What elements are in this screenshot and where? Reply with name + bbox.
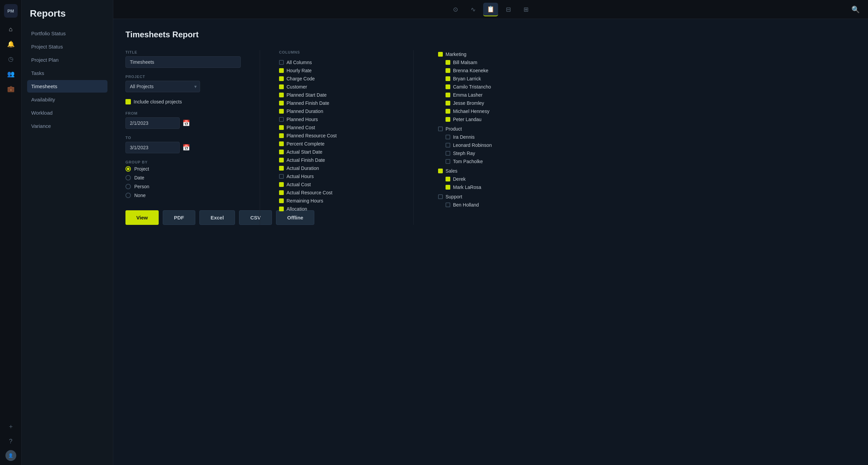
resource-member[interactable]: Bill Malsam: [438, 58, 521, 66]
resource-member[interactable]: Peter Landau: [438, 115, 521, 123]
resource-member[interactable]: Michael Hennesy: [438, 107, 521, 115]
resource-member[interactable]: Ira Dennis: [438, 133, 521, 141]
radio-btn-none[interactable]: [125, 193, 131, 198]
radio-person[interactable]: Person: [125, 184, 241, 189]
resource-group-header[interactable]: Support: [438, 193, 521, 201]
column-item[interactable]: Planned Duration: [279, 107, 394, 115]
column-checkbox[interactable]: [279, 109, 284, 114]
resource-member-checkbox[interactable]: [446, 117, 450, 122]
resource-member[interactable]: Bryan Larrick: [438, 75, 521, 83]
nav-add-icon[interactable]: ＋: [5, 420, 17, 432]
resource-group-header[interactable]: Product: [438, 125, 521, 133]
to-calendar-icon[interactable]: 📅: [182, 144, 190, 151]
resource-member-checkbox[interactable]: [446, 68, 450, 73]
radio-none[interactable]: None: [125, 193, 241, 198]
resource-member[interactable]: Derek: [438, 175, 521, 183]
radio-date[interactable]: Date: [125, 175, 241, 180]
sidebar-item-tasks[interactable]: Tasks: [27, 67, 107, 79]
resource-member[interactable]: Mark LaRosa: [438, 183, 521, 191]
resource-member-checkbox[interactable]: [446, 84, 450, 89]
column-checkbox[interactable]: [279, 68, 284, 73]
column-item[interactable]: Hourly Rate: [279, 66, 394, 75]
column-checkbox[interactable]: [279, 198, 284, 203]
from-calendar-icon[interactable]: 📅: [182, 119, 190, 127]
sidebar-item-project-plan[interactable]: Project Plan: [27, 54, 107, 66]
sidebar-item-portfolio-status[interactable]: Portfolio Status: [27, 27, 107, 40]
sidebar-item-timesheets[interactable]: Timesheets: [27, 80, 107, 93]
resource-member[interactable]: Brenna Koeneke: [438, 66, 521, 75]
resource-member[interactable]: Jesse Bromley: [438, 99, 521, 107]
resource-member-checkbox[interactable]: [446, 135, 450, 139]
column-checkbox[interactable]: [279, 133, 284, 138]
column-checkbox[interactable]: [279, 125, 284, 130]
resource-member-checkbox[interactable]: [446, 93, 450, 97]
resource-member-checkbox[interactable]: [446, 151, 450, 156]
nav-help-icon[interactable]: ?: [5, 435, 17, 447]
column-item[interactable]: Remaining Hours: [279, 197, 394, 205]
nav-clock-icon[interactable]: ◷: [5, 53, 17, 65]
from-date-input[interactable]: [125, 117, 180, 129]
user-avatar[interactable]: 👤: [5, 450, 16, 461]
resource-member[interactable]: Ben Holland: [438, 201, 521, 209]
column-checkbox[interactable]: [279, 141, 284, 146]
topbar-layout-icon[interactable]: ⊞: [518, 3, 533, 16]
resource-member-checkbox[interactable]: [446, 76, 450, 81]
resource-member-checkbox[interactable]: [446, 202, 450, 207]
resource-group-header[interactable]: Marketing: [438, 50, 521, 58]
topbar-clipboard-icon[interactable]: 📋: [483, 3, 498, 16]
column-checkbox[interactable]: [279, 190, 284, 195]
column-item[interactable]: Actual Hours: [279, 172, 394, 180]
column-item[interactable]: Planned Resource Cost: [279, 132, 394, 140]
title-input[interactable]: [125, 56, 241, 68]
pdf-button[interactable]: PDF: [163, 210, 195, 225]
column-item[interactable]: Customer: [279, 83, 394, 91]
column-checkbox[interactable]: [279, 166, 284, 171]
column-item[interactable]: Actual Resource Cost: [279, 189, 394, 197]
nav-briefcase-icon[interactable]: 💼: [5, 83, 17, 95]
resource-member-checkbox[interactable]: [446, 185, 450, 190]
column-item[interactable]: Actual Cost: [279, 180, 394, 189]
topbar-link-icon[interactable]: ⊟: [501, 3, 516, 16]
column-checkbox[interactable]: [279, 101, 284, 105]
radio-btn-date[interactable]: [125, 175, 131, 180]
resource-group-checkbox[interactable]: [438, 52, 443, 57]
search-icon[interactable]: 🔍: [851, 5, 860, 14]
resource-group-checkbox[interactable]: [438, 169, 443, 173]
column-checkbox[interactable]: [279, 150, 284, 154]
sidebar-item-availability[interactable]: Availability: [27, 93, 107, 106]
column-item[interactable]: Actual Finish Date: [279, 156, 394, 164]
to-date-input[interactable]: [125, 142, 180, 153]
topbar-scan-icon[interactable]: ⊙: [448, 3, 463, 16]
column-checkbox[interactable]: [279, 117, 284, 122]
resource-group-header[interactable]: Sales: [438, 167, 521, 175]
project-select[interactable]: All Projects: [125, 81, 200, 92]
radio-btn-project[interactable]: [125, 166, 131, 172]
column-item[interactable]: Charge Code: [279, 75, 394, 83]
radio-project[interactable]: Project: [125, 166, 241, 172]
resource-member-checkbox[interactable]: [446, 60, 450, 65]
include-closed-row[interactable]: Include closed projects: [125, 99, 241, 104]
column-checkbox[interactable]: [279, 76, 284, 81]
column-checkbox[interactable]: [279, 158, 284, 162]
column-checkbox[interactable]: [279, 60, 284, 65]
resource-member-checkbox[interactable]: [446, 177, 450, 181]
column-item[interactable]: Actual Duration: [279, 164, 394, 172]
sidebar-item-workload[interactable]: Workload: [27, 106, 107, 119]
resource-member-checkbox[interactable]: [446, 159, 450, 164]
column-item[interactable]: Planned Finish Date: [279, 99, 394, 107]
column-item[interactable]: Planned Start Date: [279, 91, 394, 99]
radio-btn-person[interactable]: [125, 184, 131, 189]
resource-member[interactable]: Camilo Tristancho: [438, 83, 521, 91]
column-checkbox[interactable]: [279, 174, 284, 179]
column-checkbox[interactable]: [279, 207, 284, 211]
resource-member-checkbox[interactable]: [446, 143, 450, 148]
resource-member[interactable]: Tom Pacholke: [438, 157, 521, 166]
resource-group-checkbox[interactable]: [438, 194, 443, 199]
excel-button[interactable]: Excel: [199, 210, 235, 225]
resource-member-checkbox[interactable]: [446, 109, 450, 114]
nav-people-icon[interactable]: 👥: [5, 68, 17, 80]
resource-member-checkbox[interactable]: [446, 101, 450, 105]
sidebar-item-variance[interactable]: Variance: [27, 120, 107, 132]
column-item[interactable]: Allocation: [279, 205, 394, 213]
view-button[interactable]: View: [125, 210, 159, 225]
